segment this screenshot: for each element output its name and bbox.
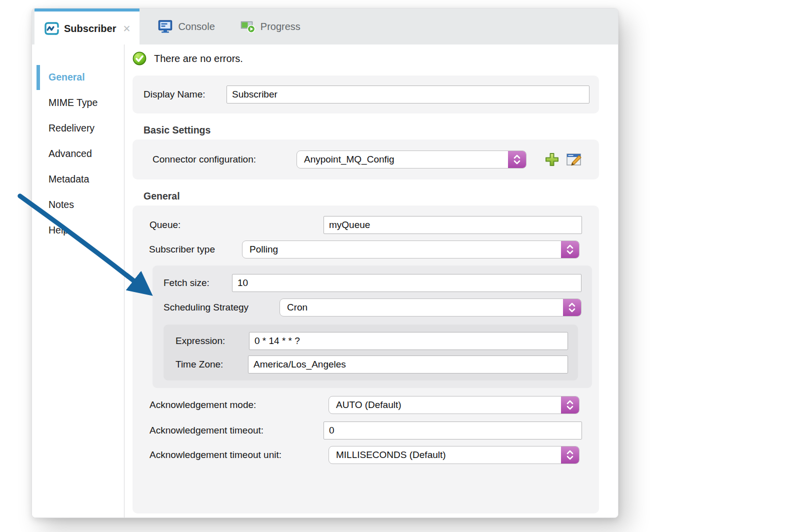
success-check-icon	[132, 52, 146, 66]
status-message: There are no errors.	[154, 53, 243, 64]
cron-settings-panel: Expression: Time Zone:	[164, 324, 578, 380]
acknowledgement-timeout-unit-label: Acknowledgement timeout unit:	[150, 450, 328, 460]
sidebar-item-mime-type[interactable]: MIME Type	[32, 90, 124, 116]
connector-configuration-value: Anypoint_MQ_Config	[297, 151, 508, 168]
connector-configuration-select[interactable]: Anypoint_MQ_Config	[296, 150, 526, 168]
acknowledgement-mode-label: Acknowledgement mode:	[150, 400, 328, 410]
queue-label: Queue:	[150, 220, 324, 230]
scheduling-strategy-label: Scheduling Strategy	[164, 302, 280, 313]
expression-label: Expression:	[176, 336, 249, 346]
sidebar-item-help[interactable]: Help	[32, 218, 124, 243]
chevron-up-down-icon	[563, 299, 581, 316]
acknowledgement-timeout-unit-value: MILLISECONDS (Default)	[329, 446, 561, 464]
fetch-size-label: Fetch size:	[164, 278, 232, 288]
tab-label: Progress	[260, 21, 300, 32]
time-zone-label: Time Zone:	[176, 359, 248, 370]
sidebar-item-redelivery[interactable]: Redelivery	[32, 116, 124, 141]
subscriber-type-row: Subscriber type Polling	[132, 240, 599, 258]
properties-content: There are no errors. Display Name: Basic…	[125, 44, 618, 518]
validation-status: There are no errors.	[132, 51, 599, 66]
progress-icon	[240, 19, 256, 34]
tab-console[interactable]: Console	[148, 8, 224, 44]
acknowledgement-timeout-unit-select[interactable]: MILLISECONDS (Default)	[328, 446, 580, 464]
display-name-input[interactable]	[226, 86, 590, 104]
polling-settings-panel: Fetch size: Scheduling Strategy Cron	[152, 266, 592, 388]
sidebar-item-advanced[interactable]: Advanced	[32, 141, 124, 166]
display-name-panel: Display Name:	[132, 76, 599, 114]
subscriber-type-select[interactable]: Polling	[242, 240, 580, 258]
general-panel: Queue: Subscriber type Polling Fetch siz…	[132, 206, 599, 514]
properties-sidebar: General MIME Type Redelivery Advanced Me…	[32, 44, 124, 518]
fetch-size-row: Fetch size:	[164, 274, 582, 292]
chevron-up-down-icon	[561, 241, 579, 258]
sidebar-item-label: Redelivery	[48, 122, 94, 134]
scheduling-strategy-value: Cron	[280, 299, 563, 316]
acknowledgement-timeout-unit-row: Acknowledgement timeout unit: MILLISECON…	[132, 446, 599, 464]
expression-row: Expression:	[176, 332, 568, 350]
acknowledgement-timeout-label: Acknowledgement timeout:	[150, 425, 324, 436]
sidebar-item-label: Advanced	[48, 148, 92, 160]
edit-config-icon[interactable]	[566, 151, 582, 168]
basic-settings-title: Basic Settings	[144, 124, 599, 136]
time-zone-input[interactable]	[248, 356, 568, 374]
tab-label: Console	[178, 21, 214, 32]
time-zone-row: Time Zone:	[176, 356, 568, 374]
queue-input[interactable]	[324, 216, 582, 234]
basic-settings-panel: Connector configuration: Anypoint_MQ_Con…	[132, 140, 599, 180]
acknowledgement-mode-row: Acknowledgement mode: AUTO (Default)	[132, 396, 599, 414]
sidebar-item-label: General	[48, 72, 85, 83]
chevron-up-down-icon	[561, 446, 579, 464]
general-section-title: General	[144, 190, 599, 202]
close-tab-icon[interactable]: ✕	[122, 23, 130, 34]
sidebar-item-label: Notes	[48, 199, 74, 210]
acknowledgement-mode-value: AUTO (Default)	[329, 396, 561, 414]
sidebar-item-notes[interactable]: Notes	[32, 192, 124, 218]
sidebar-item-label: MIME Type	[48, 97, 98, 108]
tab-progress[interactable]: Progress	[231, 8, 310, 44]
sidebar-item-metadata[interactable]: Metadata	[32, 166, 124, 192]
acknowledgement-timeout-row: Acknowledgement timeout:	[132, 422, 599, 440]
queue-row: Queue:	[132, 216, 599, 234]
tab-label: Subscriber	[64, 23, 116, 34]
chevron-up-down-icon	[561, 396, 579, 414]
sidebar-item-general[interactable]: General	[32, 64, 124, 90]
editor-tab-bar: Subscriber ✕ Console	[32, 8, 618, 44]
fetch-size-input[interactable]	[232, 274, 582, 292]
properties-editor-window: Subscriber ✕ Console	[32, 8, 618, 518]
sidebar-item-label: Metadata	[48, 174, 89, 185]
expression-input[interactable]	[249, 332, 568, 350]
subscriber-type-value: Polling	[242, 241, 561, 258]
acknowledgement-mode-select[interactable]: AUTO (Default)	[328, 396, 580, 414]
display-name-label: Display Name:	[144, 89, 226, 100]
console-icon	[158, 19, 174, 34]
scheduling-strategy-select[interactable]: Cron	[280, 298, 582, 316]
screenshot-page: Subscriber ✕ Console	[0, 0, 800, 532]
connector-configuration-label: Connector configuration:	[152, 154, 296, 165]
subscriber-flow-icon	[44, 21, 60, 36]
scheduling-strategy-row: Scheduling Strategy Cron	[164, 298, 582, 316]
sidebar-item-label: Help	[48, 224, 68, 236]
tab-subscriber[interactable]: Subscriber ✕	[34, 8, 140, 44]
acknowledgement-timeout-input[interactable]	[324, 422, 582, 440]
chevron-up-down-icon	[508, 151, 526, 168]
subscriber-type-label: Subscriber type	[149, 244, 242, 255]
add-config-icon[interactable]	[544, 151, 560, 168]
